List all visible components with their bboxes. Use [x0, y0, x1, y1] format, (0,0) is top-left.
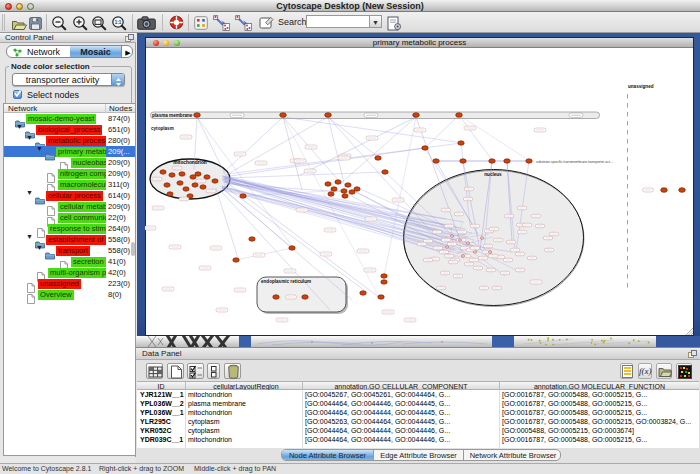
svg-text:endoplasmic reticulum: endoplasmic reticulum	[261, 279, 311, 284]
svg-text:mitochondrion: mitochondrion	[173, 160, 207, 165]
svg-text:unassigned: unassigned	[628, 84, 654, 89]
svg-text:nucleus: nucleus	[484, 172, 502, 177]
svg-text:substrate-specific transmembra: substrate-specific transmembrane transpo…	[536, 160, 613, 164]
svg-text:cytoplasm: cytoplasm	[151, 126, 174, 131]
svg-text:plasma membrane: plasma membrane	[152, 113, 193, 118]
svg-text:1:1: 1:1	[115, 20, 122, 25]
